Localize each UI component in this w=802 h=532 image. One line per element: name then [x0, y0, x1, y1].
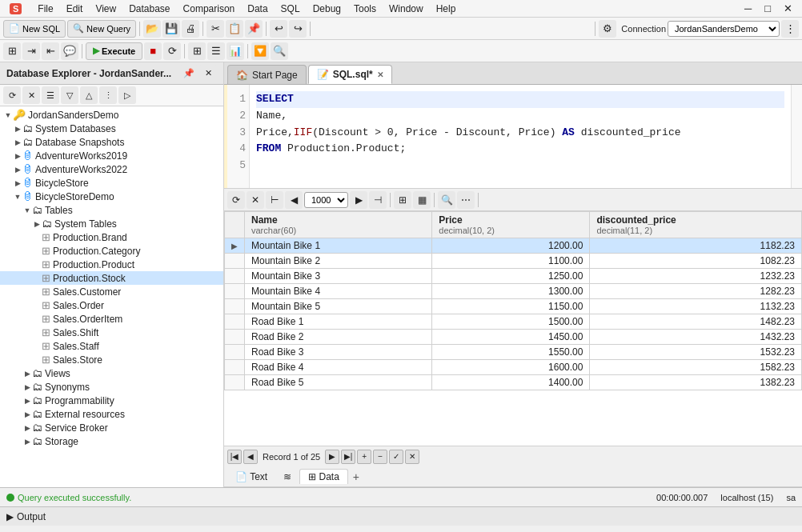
menu-help[interactable]: Help [430, 2, 463, 16]
nav-cancel-button[interactable]: ✕ [405, 450, 419, 464]
tab-sql-file[interactable]: 📝 SQL.sql* ✕ [308, 65, 392, 84]
nav-add-button[interactable]: + [357, 450, 371, 464]
qt-search-button[interactable]: 🔍 [438, 191, 455, 209]
format-button[interactable]: ⊞ [3, 42, 21, 60]
undo-button[interactable]: ↩ [270, 20, 287, 38]
cut-button[interactable]: ✂ [207, 20, 224, 38]
tree-programmability[interactable]: ▶ 🗂 Programmability [0, 394, 223, 407]
nav-delete-button[interactable]: − [373, 450, 387, 464]
tab-start-page[interactable]: 🏠 Start Page [227, 65, 307, 84]
qt-more-button[interactable]: ⋯ [457, 191, 475, 209]
root-label[interactable]: JordanSandersDemo [28, 110, 118, 121]
tree-sales-orderitem[interactable]: ⊞ Sales.OrderItem [0, 312, 223, 326]
table-row[interactable]: ▶ Mountain Bike 1 1200.00 1182.23 [225, 238, 802, 254]
sidebar-more-button[interactable]: ▷ [118, 86, 136, 104]
nav-last-button[interactable]: ▶| [341, 450, 355, 464]
qt-refresh-button[interactable]: ⟳ [227, 191, 245, 209]
qt-last-page[interactable]: ⊣ [369, 191, 387, 209]
menu-window[interactable]: Window [383, 2, 430, 16]
sidebar-close-button[interactable]: ✕ [199, 65, 217, 82]
menu-tools[interactable]: Tools [347, 2, 383, 16]
bsd-arrow[interactable]: ▼ [13, 193, 22, 201]
redo-button[interactable]: ↪ [289, 20, 307, 38]
table-row[interactable]: Mountain Bike 2 1100.00 1082.23 [225, 254, 802, 269]
nav-confirm-button[interactable]: ✓ [389, 450, 403, 464]
refresh-button[interactable]: ⟳ [163, 42, 181, 60]
tree-root[interactable]: ▼ 🔑 JordanSandersDemo [0, 108, 223, 122]
prog-arrow[interactable]: ▶ [22, 397, 32, 405]
table-row[interactable]: Road Bike 5 1400.00 1382.23 [225, 375, 802, 390]
outdent-button[interactable]: ⇤ [42, 42, 59, 60]
output-bar[interactable]: ▶ Output [0, 506, 802, 526]
connection-select[interactable]: JordanSandersDemo [668, 21, 780, 37]
table-row[interactable]: Mountain Bike 5 1150.00 1132.23 [225, 299, 802, 314]
table-row[interactable]: Road Bike 4 1600.00 1582.23 [225, 360, 802, 375]
search-button[interactable]: 🔍 [271, 42, 288, 60]
snap-arrow[interactable]: ▶ [13, 138, 22, 146]
tree-system-databases[interactable]: ▶ 🗂 System Databases [0, 122, 223, 135]
tree-prod-stock[interactable]: ⊞ Production.Stock [0, 271, 223, 285]
aw2022-arrow[interactable]: ▶ [13, 166, 22, 174]
paste-button[interactable]: 📌 [245, 20, 263, 38]
nav-prev-button[interactable]: ◀ [243, 450, 258, 464]
sidebar-filter2-button[interactable]: △ [80, 86, 98, 104]
menu-database[interactable]: Database [122, 2, 176, 16]
tree-storage[interactable]: ▶ 🗂 Storage [0, 434, 223, 448]
connection-settings-icon[interactable]: ⚙ [599, 20, 616, 38]
views-arrow[interactable]: ▶ [22, 370, 32, 378]
new-sql-button[interactable]: 📄 New SQL [3, 20, 66, 38]
sb-arrow[interactable]: ▶ [22, 424, 32, 432]
menu-debug[interactable]: Debug [307, 2, 347, 16]
tree-service-broker[interactable]: ▶ 🗂 Service Broker [0, 421, 223, 434]
tree-bicycle-store[interactable]: ▶ 🛢 BicycleStore [0, 176, 223, 190]
code-editor[interactable]: SELECT Name, Price,IIF(Discount > 0, Pri… [250, 85, 791, 188]
menu-comparison[interactable]: Comparison [177, 2, 242, 16]
text-tab[interactable]: 📄 Text [227, 470, 275, 484]
tree-aw2022[interactable]: ▶ 🛢 AdventureWorks2022 [0, 162, 223, 176]
close-button[interactable]: ✕ [777, 1, 799, 16]
tree-sales-store[interactable]: ⊞ Sales.Store [0, 353, 223, 366]
sidebar-filter-button[interactable]: ▽ [61, 86, 78, 104]
messages-tab[interactable]: ≋ [275, 470, 299, 484]
comment-button[interactable]: 💬 [61, 42, 78, 60]
tree-prod-product[interactable]: ⊞ Production.Product [0, 258, 223, 271]
tree-sales-customer[interactable]: ⊞ Sales.Customer [0, 285, 223, 298]
minimize-button[interactable]: ─ [738, 1, 758, 16]
sidebar-refresh-button[interactable]: ⟳ [3, 86, 21, 104]
grid-view-button[interactable]: ⊞ [188, 42, 206, 60]
aw2019-arrow[interactable]: ▶ [13, 152, 22, 160]
list-view-button[interactable]: ☰ [207, 42, 225, 60]
tree-synonyms[interactable]: ▶ 🗂 Synonyms [0, 380, 223, 394]
indent-button[interactable]: ⇥ [22, 42, 40, 60]
nav-next-button[interactable]: ▶ [325, 450, 339, 464]
qt-limit-select[interactable]: 1000 [304, 192, 348, 208]
qt-table-button[interactable]: ▦ [413, 191, 431, 209]
tree-aw2019[interactable]: ▶ 🛢 AdventureWorks2019 [0, 149, 223, 162]
menu-view[interactable]: View [89, 2, 122, 16]
sidebar-settings-button[interactable]: ⋮ [99, 86, 117, 104]
sidebar-menu-button[interactable]: ☰ [42, 86, 59, 104]
table-row[interactable]: Road Bike 1 1500.00 1482.23 [225, 314, 802, 330]
execute-button[interactable]: ▶ Execute [86, 42, 142, 60]
connection-more-icon[interactable]: ⋮ [781, 20, 799, 38]
table-row[interactable]: Road Bike 3 1550.00 1532.23 [225, 345, 802, 360]
tree-tables[interactable]: ▼ 🗂 Tables [0, 203, 223, 217]
tree-external-resources[interactable]: ▶ 🗂 External resources [0, 407, 223, 421]
stor-arrow[interactable]: ▶ [22, 438, 32, 446]
nav-first-button[interactable]: |◀ [227, 450, 242, 464]
menu-sql[interactable]: SQL [275, 2, 307, 16]
chart-button[interactable]: 📊 [227, 42, 244, 60]
data-tab[interactable]: ⊞ Data [299, 469, 348, 484]
qt-stop-button[interactable]: ✕ [247, 191, 264, 209]
table-row[interactable]: Mountain Bike 3 1250.00 1232.23 [225, 269, 802, 284]
menu-edit[interactable]: Edit [60, 2, 90, 16]
qt-prev-page[interactable]: ◀ [285, 191, 303, 209]
ext-arrow[interactable]: ▶ [22, 410, 32, 418]
tree-system-tables[interactable]: ▶ 🗂 System Tables [0, 217, 223, 230]
sidebar-delete-button[interactable]: ✕ [22, 86, 40, 104]
tree-sales-order[interactable]: ⊞ Sales.Order [0, 298, 223, 312]
add-tab-button[interactable]: + [348, 469, 364, 485]
tree-prod-category[interactable]: ⊞ Production.Category [0, 244, 223, 258]
stop-button[interactable]: ■ [144, 42, 162, 60]
maximize-button[interactable]: □ [758, 1, 777, 16]
